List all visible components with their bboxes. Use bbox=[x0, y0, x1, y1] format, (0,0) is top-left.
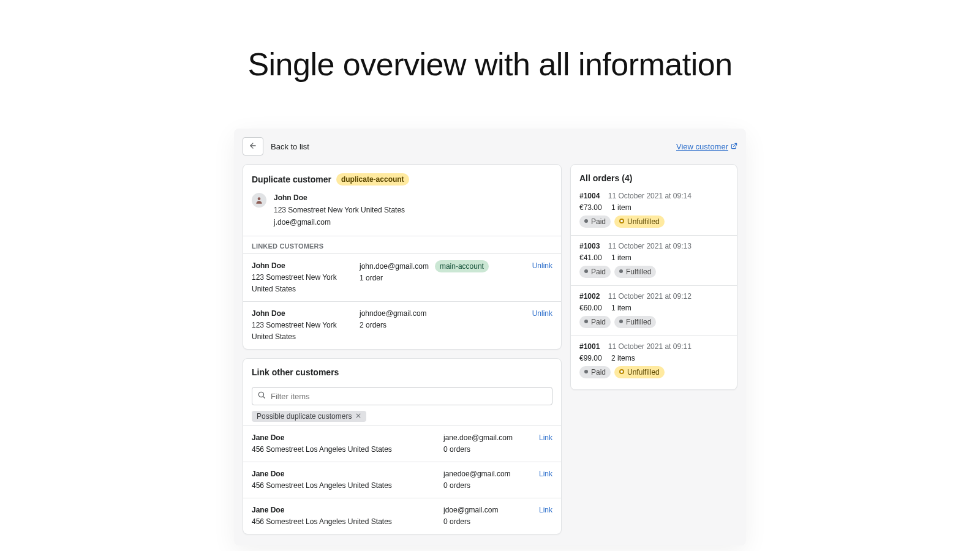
candidate-row: Jane Doe 456 Somestreet Los Angeles Unit… bbox=[243, 425, 561, 462]
svg-point-2 bbox=[258, 197, 261, 200]
order-amount: €73.00 bbox=[579, 203, 602, 212]
linked-email: johndoe@gmail.com bbox=[360, 309, 427, 318]
search-icon bbox=[257, 391, 266, 402]
main-account-badge: main-account bbox=[435, 260, 489, 272]
link-button[interactable]: Link bbox=[539, 432, 552, 444]
order-timestamp: 11 October 2021 at 09:14 bbox=[608, 192, 692, 200]
paid-badge: Paid bbox=[579, 266, 611, 278]
svg-line-4 bbox=[263, 397, 265, 399]
order-id: #1004 bbox=[579, 192, 600, 200]
filter-chip-label: Possible duplicate customers bbox=[257, 412, 352, 421]
search-input-wrap[interactable] bbox=[252, 387, 552, 405]
paid-badge: Paid bbox=[579, 216, 611, 228]
customer-email: j.doe@gmail.com bbox=[274, 216, 405, 228]
order-id: #1003 bbox=[579, 242, 600, 250]
candidate-address: 456 Somestreet Los Angeles United States bbox=[252, 444, 434, 455]
candidate-order-count: 0 orders bbox=[443, 444, 529, 455]
filter-chip[interactable]: Possible duplicate customers bbox=[252, 411, 366, 422]
linked-address: 123 Somestreet New York United States bbox=[252, 272, 350, 295]
external-link-icon bbox=[731, 143, 737, 151]
duplicate-customer-card: Duplicate customer duplicate-account Joh… bbox=[243, 164, 562, 350]
linked-order-count: 1 order bbox=[360, 272, 522, 284]
candidate-name: Jane Doe bbox=[252, 432, 434, 444]
order-timestamp: 11 October 2021 at 09:12 bbox=[608, 292, 692, 301]
linked-customer-row: John Doe 123 Somestreet New York United … bbox=[243, 253, 561, 301]
unlink-button[interactable]: Unlink bbox=[532, 308, 552, 320]
order-id: #1002 bbox=[579, 292, 600, 301]
order-timestamp: 11 October 2021 at 09:13 bbox=[608, 242, 692, 250]
app-frame: Back to list View customer Duplicate cus… bbox=[234, 129, 746, 545]
fulfilled-badge: Fulfilled bbox=[614, 266, 656, 278]
order-amount: €60.00 bbox=[579, 304, 602, 312]
paid-badge: Paid bbox=[579, 316, 611, 328]
candidate-address: 456 Somestreet Los Angeles United States bbox=[252, 516, 434, 528]
candidate-email: jdoe@gmail.com bbox=[443, 504, 529, 516]
order-row[interactable]: #1001 11 October 2021 at 09:11 €99.00 2 … bbox=[571, 335, 737, 386]
linked-name: John Doe bbox=[252, 308, 350, 320]
order-items: 1 item bbox=[611, 304, 631, 312]
duplicate-customer-title: Duplicate customer bbox=[252, 174, 331, 184]
linked-customers-header: LINKED CUSTOMERS bbox=[243, 236, 561, 253]
orders-card: All orders (4) #1004 11 October 2021 at … bbox=[570, 164, 737, 390]
toolbar: Back to list View customer bbox=[243, 137, 737, 156]
link-others-card: Link other customers Possible duplicate … bbox=[243, 358, 562, 534]
order-id: #1001 bbox=[579, 342, 600, 351]
close-icon[interactable] bbox=[355, 412, 361, 421]
back-button[interactable] bbox=[243, 137, 263, 156]
candidate-name: Jane Doe bbox=[252, 468, 434, 480]
unlink-button[interactable]: Unlink bbox=[532, 260, 552, 272]
arrow-left-icon bbox=[249, 141, 257, 152]
fulfilled-badge: Fulfilled bbox=[614, 316, 656, 328]
view-customer-label: View customer bbox=[676, 142, 728, 151]
unfulfilled-badge: Unfulfilled bbox=[614, 216, 665, 228]
candidate-row: Jane Doe 456 Somestreet Los Angeles Unit… bbox=[243, 462, 561, 498]
candidate-row: Jane Doe 456 Somestreet Los Angeles Unit… bbox=[243, 498, 561, 534]
order-items: 1 item bbox=[611, 253, 631, 262]
candidate-email: janedoe@gmail.com bbox=[443, 468, 529, 480]
order-row[interactable]: #1003 11 October 2021 at 09:13 €41.00 1 … bbox=[571, 235, 737, 285]
duplicate-account-badge: duplicate-account bbox=[336, 173, 409, 186]
svg-line-1 bbox=[734, 143, 737, 146]
order-amount: €99.00 bbox=[579, 354, 602, 362]
search-input[interactable] bbox=[271, 392, 547, 401]
customer-name: John Doe bbox=[274, 192, 405, 204]
page-headline: Single overview with all information bbox=[0, 46, 980, 83]
paid-badge: Paid bbox=[579, 366, 611, 378]
link-button[interactable]: Link bbox=[539, 504, 552, 516]
linked-order-count: 2 orders bbox=[360, 320, 522, 331]
unfulfilled-badge: Unfulfilled bbox=[614, 366, 665, 378]
order-row[interactable]: #1004 11 October 2021 at 09:14 €73.00 1 … bbox=[571, 186, 737, 235]
candidate-address: 456 Somestreet Los Angeles United States bbox=[252, 480, 434, 492]
link-others-title: Link other customers bbox=[252, 367, 552, 377]
link-button[interactable]: Link bbox=[539, 468, 552, 480]
customer-address: 123 Somestreet New York United States bbox=[274, 204, 405, 216]
candidate-order-count: 0 orders bbox=[443, 480, 529, 492]
order-items: 2 items bbox=[611, 354, 635, 362]
order-row[interactable]: #1002 11 October 2021 at 09:12 €60.00 1 … bbox=[571, 285, 737, 335]
linked-address: 123 Somestreet New York United States bbox=[252, 320, 350, 343]
avatar bbox=[252, 193, 266, 208]
linked-name: John Doe bbox=[252, 260, 350, 272]
candidate-name: Jane Doe bbox=[252, 504, 434, 516]
order-items: 1 item bbox=[611, 203, 631, 212]
linked-customer-row: John Doe 123 Somestreet New York United … bbox=[243, 301, 561, 349]
candidate-email: jane.doe@gmail.com bbox=[443, 432, 529, 444]
view-customer-link[interactable]: View customer bbox=[676, 142, 737, 151]
linked-email: john.doe@gmail.com bbox=[360, 262, 429, 271]
order-timestamp: 11 October 2021 at 09:11 bbox=[608, 342, 692, 351]
order-amount: €41.00 bbox=[579, 253, 602, 262]
back-label: Back to list bbox=[271, 142, 309, 151]
candidate-order-count: 0 orders bbox=[443, 516, 529, 528]
